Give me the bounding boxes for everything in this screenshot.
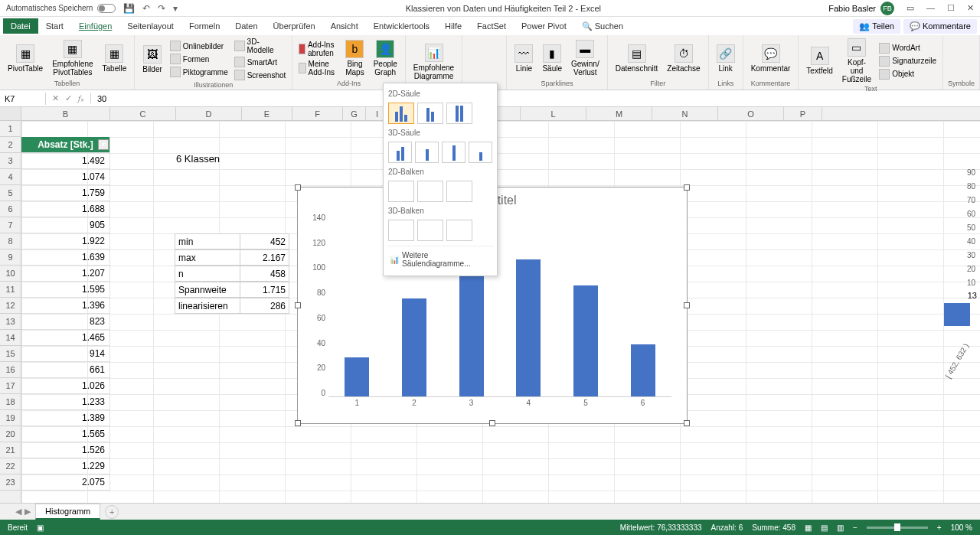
row-header-8[interactable]: 8 <box>0 233 21 249</box>
share-button[interactable]: 👥 Teilen <box>853 19 900 34</box>
col-header-E[interactable]: E <box>242 107 292 121</box>
tab-start[interactable]: Start <box>38 18 71 34</box>
zoom-out-icon[interactable]: − <box>853 523 858 532</box>
row-header-5[interactable]: 5 <box>0 185 21 201</box>
screenshot-button[interactable]: Screenshot <box>233 69 288 81</box>
cell-b13[interactable]: 823 <box>21 314 110 330</box>
chart-bar-6[interactable] <box>631 344 655 396</box>
row-header-20[interactable]: 20 <box>0 426 21 442</box>
signature-button[interactable]: Signaturzeile <box>877 55 938 67</box>
clustered-bar-2d[interactable] <box>388 181 414 202</box>
3dmodels-button[interactable]: 3D-Modelle <box>233 37 288 55</box>
maximize-icon[interactable]: ☐ <box>947 3 955 13</box>
ribbon-options-icon[interactable]: ▭ <box>906 3 914 13</box>
row-header-9[interactable]: 9 <box>0 249 21 266</box>
line-spark-button[interactable]: 〰Linie <box>511 43 536 74</box>
resize-handle[interactable] <box>684 302 690 308</box>
link-button[interactable]: 🔗Link <box>714 43 738 74</box>
zoom-slider[interactable] <box>867 527 928 529</box>
user-info[interactable]: Fabio Basler FB <box>828 2 894 15</box>
tab-datei[interactable]: Datei <box>3 18 38 34</box>
stacked100-bar-3d[interactable] <box>446 220 472 241</box>
row-header-14[interactable]: 14 <box>0 330 21 346</box>
cell-b7[interactable]: 905 <box>21 217 110 233</box>
tab-einfuegen[interactable]: Einfügen <box>71 18 119 34</box>
row-header-12[interactable]: 12 <box>0 298 21 314</box>
row-header-19[interactable]: 19 <box>0 410 21 426</box>
tab-entwicklertools[interactable]: Entwicklertools <box>366 18 437 34</box>
row-header-16[interactable]: 16 <box>0 362 21 378</box>
cell-b17[interactable]: 1.026 <box>21 378 110 394</box>
prev-sheet-icon[interactable]: ◀ <box>15 507 21 517</box>
timeline-button[interactable]: ⏱Zeitachse <box>664 43 703 74</box>
zoom-in-icon[interactable]: + <box>937 523 942 532</box>
row-header-1[interactable]: 1 <box>0 121 21 137</box>
col-header-O[interactable]: O <box>718 107 784 121</box>
cell-b8[interactable]: 1.922 <box>21 233 110 249</box>
column-spark-button[interactable]: ▮Säule <box>539 43 565 74</box>
shapes-button[interactable]: Formen <box>168 53 230 65</box>
resize-handle[interactable] <box>295 420 301 426</box>
textbox-button[interactable]: ATextfeld <box>803 45 835 77</box>
row-header-4[interactable]: 4 <box>0 169 21 185</box>
piktogramme-button[interactable]: Piktogramme <box>168 66 230 78</box>
autosave-toggle[interactable] <box>97 4 116 13</box>
online-pictures-button[interactable]: Onlinebilder <box>168 40 230 52</box>
formula-input[interactable]: 30 <box>91 93 980 105</box>
col-b-header[interactable]: Absatz [Stk.] ▾ <box>21 137 110 153</box>
pictures-button[interactable]: 🖼Bilder <box>139 44 165 75</box>
col-header-F[interactable]: F <box>292 107 343 121</box>
stacked100-column-2d[interactable] <box>446 103 472 124</box>
row-header-6[interactable]: 6 <box>0 201 21 217</box>
cell-b14[interactable]: 1.465 <box>21 330 110 346</box>
stacked-column-3d[interactable] <box>415 142 439 163</box>
comments-button[interactable]: 💬 Kommentare <box>903 19 977 34</box>
resize-handle[interactable] <box>295 302 301 308</box>
row-header-7[interactable]: 7 <box>0 217 21 233</box>
sheet-tab-histogramm[interactable]: Histogramm <box>35 504 100 520</box>
resize-handle[interactable] <box>295 184 301 191</box>
resize-handle[interactable] <box>489 420 495 426</box>
recommended-pivot-button[interactable]: ▦Empfohlene PivotTables <box>49 38 96 78</box>
clustered-column-3d[interactable] <box>388 142 412 163</box>
cell-b12[interactable]: 1.396 <box>21 298 110 314</box>
row-header-13[interactable]: 13 <box>0 314 21 330</box>
col-header-L[interactable]: L <box>521 107 586 121</box>
chart-plot-area[interactable] <box>328 214 671 397</box>
row-header-23[interactable]: 23 <box>0 474 21 491</box>
row-header-17[interactable]: 17 <box>0 378 21 394</box>
stacked-column-2d[interactable] <box>417 103 443 124</box>
cancel-formula-icon[interactable]: ✕ <box>52 93 59 103</box>
tab-ansicht[interactable]: Ansicht <box>323 18 366 34</box>
table-button[interactable]: ▦Tabelle <box>100 43 130 74</box>
cell-b16[interactable]: 661 <box>21 362 110 378</box>
row-header-15[interactable]: 15 <box>0 346 21 362</box>
view-layout-icon[interactable]: ▤ <box>821 523 828 532</box>
cells-area[interactable]: Absatz [Stk.] ▾ 1.4921.0741.7591.6889051… <box>21 121 980 503</box>
col-header-P[interactable]: P <box>784 107 822 121</box>
chart-bar-5[interactable] <box>573 285 598 396</box>
tab-formeln[interactable]: Formeln <box>181 18 227 34</box>
my-addins-button[interactable]: Meine Add-Ins <box>297 59 339 77</box>
cell-b19[interactable]: 1.389 <box>21 410 110 426</box>
stacked100-column-3d[interactable] <box>442 142 466 163</box>
cell-b11[interactable]: 1.595 <box>21 282 110 298</box>
col-header-D[interactable]: D <box>176 107 242 121</box>
filter-dropdown-icon[interactable]: ▾ <box>98 139 109 150</box>
object-button[interactable]: Objekt <box>877 68 938 80</box>
select-all-corner[interactable] <box>0 107 21 120</box>
clustered-bar-3d[interactable] <box>388 220 414 241</box>
cell-b4[interactable]: 1.074 <box>21 169 110 185</box>
people-graph-button[interactable]: 👤People Graph <box>371 38 400 78</box>
new-sheet-button[interactable]: + <box>105 505 119 519</box>
col-header-M[interactable]: M <box>586 107 652 121</box>
cell-b6[interactable]: 1.688 <box>21 201 110 217</box>
row-header-18[interactable]: 18 <box>0 394 21 410</box>
header-footer-button[interactable]: ▭Kopf- und Fußzeile <box>839 37 874 85</box>
resize-handle[interactable] <box>684 420 690 426</box>
cell-b3[interactable]: 1.492 <box>21 153 110 169</box>
col-header-G[interactable]: G <box>343 107 366 121</box>
row-header-3[interactable]: 3 <box>0 153 21 169</box>
row-header-21[interactable]: 21 <box>0 442 21 458</box>
cell-b9[interactable]: 1.639 <box>21 249 110 266</box>
